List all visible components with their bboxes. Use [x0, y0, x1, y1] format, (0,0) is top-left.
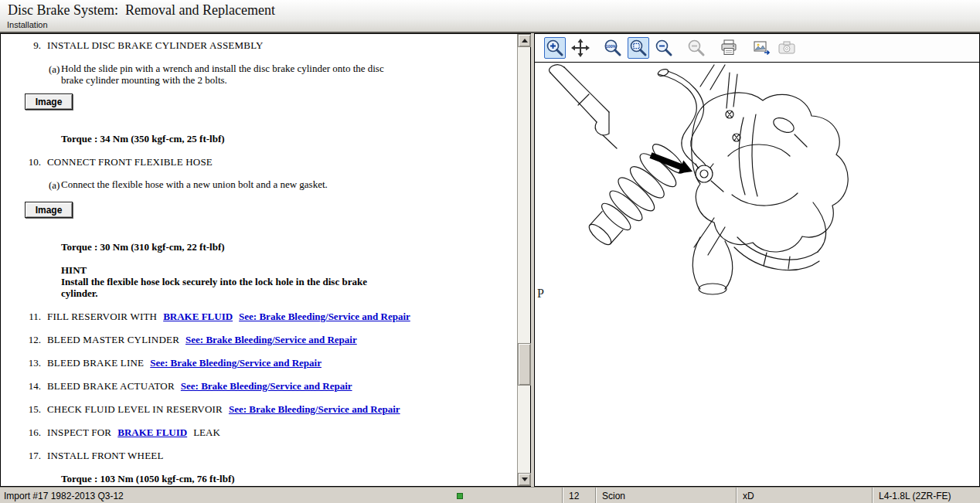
pan-button[interactable] — [570, 37, 591, 59]
status-import-label: Import #17 1982-2013 Q3-12 — [4, 488, 124, 503]
step-number: 14. — [24, 380, 41, 393]
brake-fluid-link[interactable]: BRAKE FLUID — [163, 311, 233, 323]
step-10a-row: (a) Connect the flexible hose with a new… — [49, 179, 328, 192]
step-14-row: 14. BLEED BRAKE ACTUATOR See: Brake Blee… — [24, 380, 352, 393]
see-brake-bleeding-link[interactable]: See: Brake Bleeding/Service and Repair — [181, 380, 352, 393]
step-number: 17. — [24, 450, 41, 462]
sub-step-text: Connect the flexible hose with a new uni… — [61, 179, 328, 192]
status-indicator — [457, 493, 463, 499]
print-icon — [719, 38, 739, 58]
torque-spec: Torque : 34 Nm (350 kgf-cm, 25 ft-lbf) — [61, 133, 225, 145]
brake-caliper-diagram — [535, 63, 979, 486]
zoom-in-icon — [545, 38, 565, 58]
status-bar: Import #17 1982-2013 Q3-12 12 Scion xD L… — [0, 487, 980, 503]
step-text: BLEED BRAKE LINE — [47, 357, 144, 369]
step-11-row: 11. FILL RESERVOIR WITH BRAKE FLUID See:… — [24, 311, 410, 323]
zoom-in-button[interactable] — [544, 37, 566, 59]
status-cell-engine: L4-1.8L (2ZR-FE) — [872, 488, 980, 503]
viewer-image-area[interactable]: P — [535, 63, 979, 486]
print-button[interactable] — [718, 37, 740, 59]
scroll-up-button[interactable] — [518, 34, 531, 47]
document-panel: 9. INSTALL DISC BRAKE CYLINDER ASSEMBLY … — [0, 33, 531, 487]
sub-step-label: (a) — [49, 63, 61, 86]
step-title: CONNECT FRONT FLEXIBLE HOSE — [47, 156, 213, 168]
sub-step-text: Hold the slide pin with a wrench and ins… — [61, 63, 405, 86]
zoom-100-button[interactable]: 100% — [602, 37, 624, 59]
export-image-icon — [751, 38, 771, 58]
step-text-after: LEAK — [193, 427, 220, 439]
page-title: Disc Brake System: Removal and Replaceme… — [8, 2, 275, 19]
scroll-down-button[interactable] — [518, 473, 531, 486]
step-text: BLEED MASTER CYLINDER — [47, 334, 179, 346]
status-cell-model: xD — [736, 488, 872, 503]
zoom-fit-icon — [628, 38, 648, 58]
viewer-toolbar: 100% — [535, 34, 979, 63]
see-brake-bleeding-link[interactable]: See: Brake Bleeding/Service and Repair — [229, 403, 400, 416]
step-15-row: 15. CHECK FLUID LEVEL IN RESERVOIR See: … — [24, 403, 400, 416]
zoom-window-button — [686, 37, 707, 59]
status-cell-count: 12 — [562, 488, 595, 503]
see-brake-bleeding-link[interactable]: See: Brake Bleeding/Service and Repair — [150, 357, 322, 369]
triangle-up-icon — [522, 39, 528, 42]
step-number: 13. — [24, 357, 41, 369]
step-12-row: 12. BLEED MASTER CYLINDER See: Brake Ble… — [24, 334, 357, 346]
step-text: INSPECT FOR — [47, 427, 111, 439]
see-brake-bleeding-link[interactable]: See: Brake Bleeding/Service and Repair — [185, 334, 357, 346]
hint-text: Install the flexible hose lock securely … — [61, 276, 370, 299]
page-subtitle: Installation — [7, 20, 48, 29]
title-bar: Disc Brake System: Removal and Replaceme… — [0, 0, 980, 33]
step-title: INSTALL FRONT WHEEL — [47, 450, 164, 462]
image-button-step9[interactable]: Image — [25, 93, 73, 110]
svg-text:100%: 100% — [606, 44, 617, 49]
step-number: 10. — [24, 156, 41, 168]
scrollbar-thumb[interactable] — [518, 343, 531, 386]
zoom-out-icon — [654, 38, 674, 58]
stray-p-label: P — [537, 287, 544, 301]
step-title: INSTALL DISC BRAKE CYLINDER ASSEMBLY — [47, 39, 264, 52]
triangle-down-icon — [522, 478, 528, 481]
image-button-step10[interactable]: Image — [25, 202, 73, 218]
camera-button — [776, 37, 798, 59]
status-cell-make: Scion — [595, 488, 736, 503]
zoom-fit-button[interactable] — [628, 37, 649, 59]
sub-step-label: (a) — [49, 179, 61, 192]
step-number: 9. — [24, 39, 41, 52]
document-scrollbar[interactable] — [517, 34, 530, 486]
export-image-button[interactable] — [750, 37, 772, 59]
step-10-title-row: 10. CONNECT FRONT FLEXIBLE HOSE — [24, 156, 213, 168]
document-content: 9. INSTALL DISC BRAKE CYLINDER ASSEMBLY … — [1, 34, 517, 486]
step-16-row: 16. INSPECT FOR BRAKE FLUID LEAK — [24, 427, 220, 439]
step-17-row: 17. INSTALL FRONT WHEEL — [24, 450, 164, 462]
torque-spec: Torque : 30 Nm (310 kgf-cm, 22 ft-lbf) — [61, 241, 225, 253]
camera-icon — [777, 38, 797, 58]
image-viewer-panel: 100% — [534, 33, 980, 487]
step-number: 12. — [24, 334, 41, 346]
step-number: 15. — [24, 403, 41, 416]
step-text: FILL RESERVOIR WITH — [47, 311, 157, 323]
pan-icon — [570, 38, 590, 58]
step-9-title-row: 9. INSTALL DISC BRAKE CYLINDER ASSEMBLY — [24, 39, 264, 52]
zoom-window-icon — [686, 38, 706, 58]
step-number: 11. — [24, 311, 41, 323]
torque-spec: Torque : 103 Nm (1050 kgf-cm, 76 ft-lbf) — [61, 473, 235, 485]
step-number: 16. — [24, 427, 41, 439]
hint-label: HINT — [61, 264, 87, 277]
step-13-row: 13. BLEED BRAKE LINE See: Brake Bleeding… — [24, 357, 322, 369]
zoom-100-icon: 100% — [603, 38, 623, 58]
step-9a-row: (a) Hold the slide pin with a wrench and… — [49, 63, 405, 86]
brake-fluid-link[interactable]: BRAKE FLUID — [117, 427, 187, 439]
step-text: CHECK FLUID LEVEL IN RESERVOIR — [47, 403, 223, 416]
step-text: BLEED BRAKE ACTUATOR — [47, 380, 175, 393]
see-brake-bleeding-link[interactable]: See: Brake Bleeding/Service and Repair — [239, 311, 410, 323]
zoom-out-button[interactable] — [653, 37, 675, 59]
